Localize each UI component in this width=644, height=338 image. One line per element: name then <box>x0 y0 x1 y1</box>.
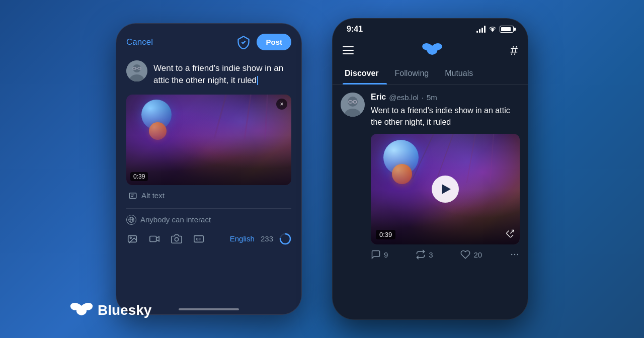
globe-icon <box>128 216 135 223</box>
post-author-name[interactable]: Eric <box>371 93 386 102</box>
like-button[interactable]: 20 <box>460 249 482 260</box>
compose-header: Cancel Post <box>126 34 291 50</box>
camera-button[interactable] <box>171 233 183 245</box>
post-card: Eric @esb.lol · 5m Went to a friend's in… <box>341 93 520 262</box>
feed-area: Eric @esb.lol · 5m Went to a friend's in… <box>333 84 528 319</box>
progress-ring <box>279 233 291 245</box>
post-header: Eric @esb.lol · 5m <box>371 93 520 102</box>
feed-phone: 9:41 <box>332 18 528 320</box>
comment-count: 9 <box>384 250 388 259</box>
shield-icon[interactable] <box>236 35 251 49</box>
brand-name: Bluesky <box>98 302 151 318</box>
post-time: 5m <box>427 93 437 102</box>
repost-count: 3 <box>429 250 433 259</box>
gif-button[interactable]: GIF <box>193 233 205 245</box>
repost-icon <box>416 249 426 260</box>
cancel-button[interactable]: Cancel <box>126 37 153 47</box>
signal-icon <box>476 26 486 33</box>
compose-toolbar: GIF English 233 <box>126 231 291 245</box>
battery-icon <box>500 26 514 33</box>
status-time: 9:41 <box>347 25 363 34</box>
text-cursor <box>257 76 258 85</box>
svg-rect-6 <box>129 193 136 198</box>
more-icon <box>510 249 520 260</box>
post-content: Eric @esb.lol · 5m Went to a friend's in… <box>371 93 520 262</box>
close-video-button[interactable]: × <box>276 99 287 110</box>
bluesky-logo <box>422 42 442 59</box>
bluesky-brand: Bluesky <box>70 301 151 320</box>
char-count: 233 <box>261 234 273 243</box>
interact-row[interactable]: Anybody can interact <box>126 215 291 225</box>
play-button[interactable] <box>432 176 459 203</box>
header-icons: Post <box>236 34 291 50</box>
like-count: 20 <box>473 250 482 259</box>
interact-icon <box>126 215 136 225</box>
video-icon <box>149 233 160 244</box>
user-avatar <box>126 60 147 81</box>
camera-icon <box>171 233 182 244</box>
svg-point-13 <box>130 237 131 238</box>
svg-text:GIF: GIF <box>196 237 202 240</box>
svg-point-28 <box>514 254 516 256</box>
svg-line-26 <box>510 230 514 234</box>
post-video[interactable]: 0:39 <box>371 134 520 244</box>
brand-butterfly-icon <box>70 301 93 320</box>
svg-rect-14 <box>150 236 156 241</box>
post-author-handle[interactable]: @esb.lol <box>389 93 419 102</box>
home-indicator <box>179 308 239 310</box>
video-upload-button[interactable] <box>148 233 160 245</box>
play-triangle-icon <box>442 184 451 194</box>
divider <box>126 208 291 209</box>
app-header: # <box>333 38 528 65</box>
image-icon <box>127 233 138 244</box>
tab-mutuals[interactable]: Mutuals <box>437 65 481 84</box>
post-text: Went to a friend's indie show in an atti… <box>371 105 520 128</box>
tab-discover[interactable]: Discover <box>343 65 387 84</box>
post-actions: 9 3 <box>371 244 520 262</box>
comment-button[interactable]: 9 <box>371 249 388 260</box>
post-author-avatar[interactable] <box>341 93 365 117</box>
compose-text-area[interactable]: Went to a friend's indie show in an atti… <box>153 60 291 87</box>
image-upload-button[interactable] <box>126 233 138 245</box>
tabs-row: Discover Following Mutuals <box>333 65 528 84</box>
video-thumbnail: 0:39 × <box>126 95 291 185</box>
post-button[interactable]: Post <box>257 34 291 50</box>
alt-text-label: Alt text <box>141 191 165 200</box>
post-video-duration: 0:39 <box>376 230 395 239</box>
svg-point-27 <box>511 254 513 256</box>
tab-following[interactable]: Following <box>387 65 437 84</box>
heart-icon <box>460 249 470 260</box>
comment-icon <box>371 249 381 260</box>
toolbar-icons: GIF <box>126 233 205 245</box>
toolbar-right: English 233 <box>230 233 291 245</box>
alt-text-icon <box>128 191 137 200</box>
menu-button[interactable] <box>343 46 354 54</box>
gif-icon: GIF <box>193 233 204 244</box>
video-duration: 0:39 <box>130 172 148 181</box>
status-icons <box>476 26 514 33</box>
wifi-icon <box>489 26 497 33</box>
more-button[interactable] <box>510 249 520 260</box>
status-bar: 9:41 <box>333 19 528 38</box>
interact-label: Anybody can interact <box>140 215 211 224</box>
svg-point-29 <box>517 254 519 256</box>
explore-button[interactable]: # <box>511 43 518 58</box>
svg-point-15 <box>175 237 178 241</box>
language-label[interactable]: English <box>230 234 255 243</box>
compose-body: Went to a friend's indie show in an atti… <box>126 60 291 87</box>
alt-text-row[interactable]: Alt text <box>126 191 291 200</box>
compose-phone: Cancel Post <box>116 23 302 315</box>
post-separator: · <box>422 93 424 102</box>
repost-button[interactable]: 3 <box>416 249 433 260</box>
